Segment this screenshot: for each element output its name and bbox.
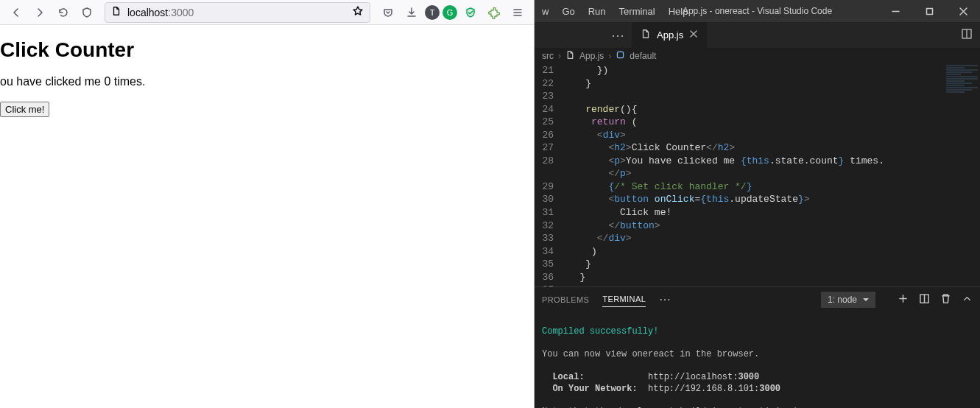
forward-button[interactable] (29, 2, 50, 23)
code-content[interactable]: }) } render(){ return ( <div> <h2>Click … (563, 64, 980, 286)
split-editor-icon[interactable] (961, 28, 973, 42)
shield-icon[interactable] (77, 2, 97, 23)
file-icon (641, 29, 651, 41)
minimize-button[interactable] (878, 0, 912, 22)
svg-rect-0 (618, 52, 624, 57)
split-terminal-icon[interactable] (919, 293, 930, 306)
url-host: localhost (127, 7, 168, 18)
maximize-panel-icon[interactable] (962, 293, 973, 306)
tab-app-js[interactable]: App.js (632, 22, 708, 48)
click-me-button[interactable]: Click me! (0, 102, 49, 117)
page-paragraph: ou have clicked me 0 times. (0, 75, 534, 88)
menu-item[interactable]: Help (669, 6, 688, 17)
page-info-icon[interactable] (111, 6, 121, 18)
titlebar: w Go Run Terminal Help App.js - onereact… (535, 0, 980, 22)
terminal-line: You can now view onereact in the browser… (542, 349, 759, 359)
back-button[interactable] (6, 2, 27, 23)
menu-item[interactable]: w (542, 6, 549, 17)
url-port: :3000 (168, 7, 194, 18)
page-content: Click Counter ou have clicked me 0 times… (0, 25, 534, 408)
editor-area[interactable]: 21 22 23 24 25 26 27 28 29 30 31 32 33 3… (535, 64, 980, 286)
menu-bar: w Go Run Terminal Help (537, 6, 688, 17)
download-icon[interactable] (401, 2, 422, 23)
terminal-line: Compiled successfully! (542, 326, 658, 337)
app-menu-icon[interactable] (507, 2, 528, 23)
browser-window: localhost:3000 T G Click Counter ou have… (0, 0, 535, 408)
panel-tabs: PROBLEMS TERMINAL ⋯ 1: node (535, 287, 980, 312)
terminal-output[interactable]: Compiled successfully! You can now view … (535, 312, 980, 408)
menu-item[interactable]: Terminal (619, 6, 655, 17)
browser-toolbar: localhost:3000 T G (0, 0, 534, 25)
terminal-line: On Your Network: http://192.168.8.101:30… (542, 384, 780, 394)
breadcrumb-file[interactable]: App.js (579, 51, 604, 61)
extension-shield-green-icon[interactable] (460, 2, 481, 23)
menu-item[interactable]: Go (562, 6, 574, 17)
breadcrumb-symbol[interactable]: default (630, 51, 656, 61)
line-number-gutter: 21 22 23 24 25 26 27 28 29 30 31 32 33 3… (535, 64, 563, 286)
extension-t-icon[interactable]: T (425, 5, 440, 20)
extension-g-icon[interactable]: G (443, 5, 457, 20)
symbol-icon (616, 50, 625, 62)
page-heading: Click Counter (0, 38, 534, 62)
close-button[interactable] (946, 0, 980, 22)
vscode-window: w Go Run Terminal Help App.js - onereact… (535, 0, 980, 408)
terminal-picker[interactable]: 1: node (821, 292, 875, 308)
minimap[interactable] (943, 64, 980, 211)
close-icon[interactable] (689, 29, 698, 41)
terminal-line: Local: http://localhost:3000 (542, 372, 759, 382)
breadcrumb-folder[interactable]: src (542, 51, 554, 61)
bottom-panel: PROBLEMS TERMINAL ⋯ 1: node Compiled suc… (535, 286, 980, 408)
panel-tab-terminal[interactable]: TERMINAL (602, 295, 646, 307)
tab-overflow-icon[interactable]: ⋯ (535, 22, 632, 48)
maximize-button[interactable] (912, 0, 946, 22)
new-terminal-icon[interactable] (898, 293, 909, 306)
editor-tabs: ⋯ App.js (535, 22, 980, 48)
pocket-icon[interactable] (378, 2, 398, 23)
panel-overflow-icon[interactable]: ⋯ (659, 292, 671, 306)
kill-terminal-icon[interactable] (940, 293, 951, 306)
breadcrumb[interactable]: src › App.js › default (535, 48, 980, 64)
bookmark-star-icon[interactable] (352, 5, 364, 19)
extension-puzzle-icon[interactable] (484, 2, 504, 23)
reload-button[interactable] (53, 2, 74, 23)
url-bar[interactable]: localhost:3000 (105, 2, 370, 23)
menu-item[interactable]: Run (588, 6, 606, 17)
panel-tab-problems[interactable]: PROBLEMS (542, 295, 589, 304)
file-icon (565, 50, 575, 62)
chevron-right-icon: › (608, 51, 611, 61)
chevron-right-icon: › (558, 51, 561, 61)
tab-label: App.js (657, 29, 683, 41)
